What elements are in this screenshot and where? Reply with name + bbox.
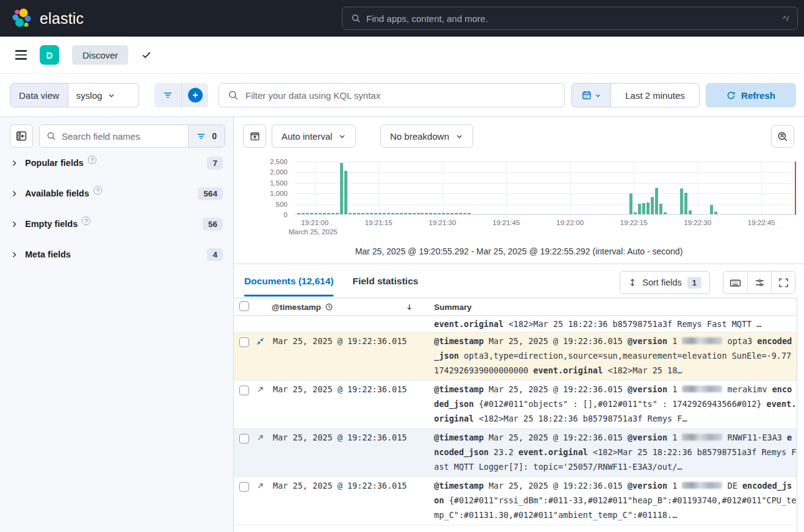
histogram-bar[interactable]	[383, 213, 386, 214]
time-range-value[interactable]: Last 2 minutes	[611, 84, 699, 107]
histogram-bar[interactable]	[433, 213, 436, 214]
row-checkbox[interactable]	[239, 386, 249, 395]
histogram-bar[interactable]	[391, 213, 394, 214]
histogram-bar[interactable]	[378, 213, 382, 214]
histogram-bar[interactable]	[659, 204, 662, 214]
breakdown-dropdown[interactable]: No breakdown	[380, 124, 473, 148]
histogram-bar[interactable]	[429, 213, 432, 214]
histogram-bar[interactable]	[357, 213, 360, 214]
fullscreen-button[interactable]	[771, 271, 795, 293]
histogram-bar[interactable]	[396, 213, 399, 214]
field-filter-button[interactable]: 0	[188, 125, 225, 147]
histogram-bar[interactable]	[468, 213, 471, 214]
histogram-bar[interactable]	[442, 213, 445, 214]
histogram-bar[interactable]	[331, 213, 335, 214]
row-checkbox[interactable]	[239, 482, 249, 492]
table-row[interactable]: Mar 25, 2025 @ 19:22:36.015@timestamp Ma…	[234, 332, 797, 381]
field-search-input[interactable]: Search field names	[40, 125, 188, 147]
space-avatar[interactable]: D	[40, 45, 59, 65]
histogram-bar[interactable]	[366, 213, 369, 214]
histogram-bar[interactable]	[714, 212, 717, 214]
histogram-bar[interactable]	[310, 213, 313, 214]
histogram-bar[interactable]	[327, 213, 330, 214]
histogram-bar[interactable]	[642, 203, 645, 214]
refresh-button[interactable]: Refresh	[706, 83, 796, 107]
edit-visualization-button[interactable]	[771, 125, 794, 148]
sidebar-section-meta-fields[interactable]: Meta fields4	[0, 244, 233, 265]
select-all-checkbox[interactable]	[239, 301, 249, 311]
display-options-button[interactable]	[747, 271, 771, 293]
histogram-bar[interactable]	[306, 213, 309, 214]
grid-scrollbar-gutter[interactable]	[797, 298, 804, 532]
histogram-bar[interactable]	[425, 213, 428, 214]
histogram-bar[interactable]	[446, 213, 449, 214]
histogram-bar[interactable]	[680, 189, 683, 214]
histogram-bar[interactable]	[374, 213, 377, 214]
histogram-bar[interactable]	[413, 213, 416, 214]
histogram-bar[interactable]	[314, 213, 317, 214]
interval-dropdown[interactable]: Auto interval	[272, 124, 356, 148]
keyboard-shortcuts-button[interactable]	[723, 271, 747, 293]
sidebar-section-available-fields[interactable]: Available fields?564	[0, 183, 233, 204]
histogram-bar[interactable]	[689, 210, 692, 214]
timestamp-column-header[interactable]: @timestamp	[268, 303, 418, 312]
global-search-input[interactable]: Find apps, content, and more. ^/	[342, 7, 798, 30]
hide-chart-button[interactable]	[243, 124, 266, 148]
sort-fields-button[interactable]: Sort fields 1	[620, 271, 710, 294]
sidebar-section-empty-fields[interactable]: Empty fields?56	[0, 214, 233, 234]
histogram-bar[interactable]	[438, 213, 441, 214]
histogram-bar[interactable]	[361, 213, 364, 214]
saved-filters-button[interactable]	[154, 83, 181, 107]
histogram-bar[interactable]	[340, 163, 343, 214]
histogram-chart[interactable]: 05001,0001,5002,0002,500 19:21:00March 2…	[234, 156, 804, 241]
histogram-bar[interactable]	[451, 213, 454, 214]
histogram-bar[interactable]	[455, 213, 458, 214]
histogram-bar[interactable]	[646, 203, 650, 214]
histogram-bar[interactable]	[710, 205, 713, 214]
tab-field-statistics[interactable]: Field statistics	[352, 276, 418, 297]
check-icon[interactable]	[141, 49, 152, 60]
menu-icon[interactable]	[15, 50, 27, 60]
histogram-bar[interactable]	[344, 171, 347, 214]
histogram-bar[interactable]	[297, 213, 300, 214]
table-row[interactable]: Mar 25, 2025 @ 19:22:36.015@timestamp Ma…	[234, 429, 797, 477]
table-row[interactable]: Mar 25, 2025 @ 19:22:36.015@timestamp Ma…	[234, 381, 797, 429]
histogram-bar[interactable]	[387, 213, 390, 214]
collapse-sidebar-button[interactable]	[10, 124, 33, 148]
histogram-bar[interactable]	[400, 213, 403, 214]
histogram-bar[interactable]	[634, 212, 637, 214]
histogram-bar[interactable]	[336, 213, 339, 214]
histogram-bar[interactable]	[417, 213, 420, 214]
table-row-partial[interactable]: event.original <182>Mar 25 18:22:36 b857…	[234, 316, 797, 332]
histogram-bar[interactable]	[353, 213, 356, 214]
redacted-text	[682, 434, 722, 440]
histogram-bar[interactable]	[302, 213, 305, 214]
histogram-bar[interactable]	[408, 213, 411, 214]
histogram-bar[interactable]	[349, 213, 352, 214]
breadcrumb-discover[interactable]: Discover	[72, 45, 128, 65]
row-checkbox[interactable]	[239, 434, 249, 444]
row-checkbox[interactable]	[239, 337, 249, 347]
histogram-bar[interactable]	[684, 193, 687, 214]
histogram-bar[interactable]	[323, 213, 326, 214]
histogram-bar[interactable]	[638, 204, 641, 214]
sidebar-section-popular-fields[interactable]: Popular fields?7	[0, 153, 233, 173]
table-row[interactable]: Mar 25, 2025 @ 19:22:36.015@timestamp Ma…	[234, 477, 797, 525]
elastic-logo[interactable]: elastic	[11, 7, 84, 29]
histogram-bar[interactable]	[319, 213, 322, 214]
quick-select-button[interactable]	[572, 84, 611, 107]
histogram-bar[interactable]	[463, 213, 466, 214]
histogram-bar[interactable]	[655, 188, 658, 215]
kql-query-input[interactable]: Filter your data using KQL syntax	[219, 83, 565, 107]
histogram-bar[interactable]	[459, 213, 462, 214]
histogram-bar[interactable]	[664, 212, 667, 214]
gridline	[295, 204, 797, 205]
tab-documents[interactable]: Documents (12,614)	[244, 276, 333, 297]
histogram-bar[interactable]	[651, 197, 654, 214]
histogram-bar[interactable]	[370, 213, 373, 214]
histogram-bar[interactable]	[404, 213, 407, 214]
histogram-bar[interactable]	[629, 193, 632, 214]
add-filter-button[interactable]	[181, 83, 208, 107]
histogram-bar[interactable]	[421, 213, 424, 214]
data-view-picker[interactable]: Data view syslog	[10, 83, 139, 107]
